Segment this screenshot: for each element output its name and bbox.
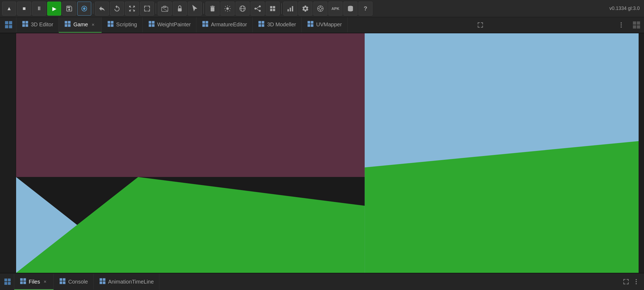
tab-armature-editor-label: ArmatureEditor [211,21,247,28]
svg-rect-90 [100,281,102,284]
stop-button[interactable]: ■ [17,2,31,16]
bottom-tab-files-icon [20,278,27,286]
svg-rect-23 [270,6,272,8]
svg-rect-40 [9,25,12,28]
move-button[interactable] [95,2,109,16]
sun-button[interactable] [221,2,235,16]
cursor-button[interactable] [188,2,202,16]
svg-rect-74 [633,25,636,28]
play-button[interactable]: ▶ [47,2,61,16]
svg-rect-77 [8,278,10,281]
svg-rect-81 [23,278,26,281]
bottom-maximize-icon[interactable] [623,278,630,285]
svg-rect-73 [637,21,640,25]
settings-button[interactable] [298,2,312,16]
svg-rect-63 [259,24,261,27]
tab-game-label: Game [73,21,88,28]
bottom-tab-animation-label: AnimationTimeLine [108,279,154,285]
tab-uv-mapper[interactable]: UVMapper [302,17,347,33]
svg-rect-66 [311,21,313,24]
svg-rect-42 [25,21,28,24]
svg-rect-82 [20,281,23,284]
game-viewport[interactable] [16,33,639,273]
rotate-button[interactable] [110,2,124,16]
tab-overflow-button[interactable] [613,17,629,33]
tab-scripting[interactable]: Scripting [102,17,143,33]
bottom-tab-animation-icon [99,278,106,286]
svg-rect-49 [108,21,110,24]
svg-line-12 [229,10,230,11]
bottom-tab-controls [618,273,644,290]
help-button[interactable]: ? [358,2,372,16]
chart-button[interactable] [283,2,297,16]
delete-button[interactable] [206,2,219,16]
bottom-tab-console[interactable]: Console [54,273,93,290]
svg-point-19 [259,5,261,7]
svg-rect-47 [65,24,68,27]
tab-weight-painter[interactable]: WeightPainter [143,17,196,33]
tab-3d-modeller-label: 3D Modeller [267,21,296,28]
tab-3d-modeller[interactable]: 3D Modeller [253,17,302,33]
svg-rect-64 [262,24,265,27]
pause-button[interactable]: ⏸ [32,2,46,16]
app-icon-tab[interactable] [1,17,16,33]
svg-line-4 [162,7,168,11]
lock-button[interactable] [173,2,187,16]
svg-rect-41 [22,21,25,24]
svg-rect-29 [292,6,293,11]
tab-scripting-icon [107,20,114,29]
version-label: v0.1334 gl:3.0 [609,6,642,11]
tab-maximize-button[interactable] [473,17,488,33]
svg-point-6 [226,7,229,10]
nodes-button[interactable] [251,2,265,16]
bottom-tab-files-label: Files [29,279,40,285]
save-button[interactable] [62,2,76,16]
record-button[interactable] [77,2,91,16]
separator-4 [281,3,282,14]
add-button[interactable] [266,2,280,16]
bottom-tab-console-label: Console [68,279,88,285]
render-settings-button[interactable] [313,2,327,16]
separator-1 [93,3,93,14]
svg-rect-60 [206,24,208,27]
svg-point-18 [254,8,256,9]
tab-armature-editor[interactable]: ArmatureEditor [196,17,253,33]
apk-button[interactable]: APK [328,2,342,16]
workspace-icon[interactable] [629,17,644,33]
svg-rect-26 [273,9,275,11]
svg-rect-48 [68,24,71,27]
svg-rect-67 [308,24,310,27]
bottom-app-icon [1,273,14,290]
tab-scripting-label: Scripting [116,21,137,28]
tab-game-close[interactable]: ✕ [90,22,96,28]
right-sidebar [639,33,644,273]
resize-button[interactable] [140,2,154,16]
svg-rect-78 [4,282,7,285]
svg-point-69 [621,22,622,23]
svg-rect-3 [163,6,166,7]
app-menu-button[interactable]: ▲ [2,2,16,16]
svg-rect-62 [262,21,265,24]
tab-3d-editor[interactable]: 3D Editor [16,17,59,33]
svg-rect-45 [65,21,68,24]
database-button[interactable] [343,2,357,16]
tab-game-icon [64,20,71,29]
tab-3d-modeller-icon [258,20,265,29]
tab-game[interactable]: Game ✕ [59,17,101,33]
svg-line-11 [225,6,226,6]
svg-rect-76 [4,278,7,281]
svg-rect-52 [111,24,114,27]
tab-weight-painter-icon [148,20,155,29]
bottom-overflow-icon[interactable] [633,278,640,285]
tab-armature-editor-icon [202,20,209,29]
svg-line-13 [229,6,230,6]
svg-rect-38 [9,21,12,24]
camera-snap-button[interactable] [158,2,172,16]
bottom-tab-files[interactable]: Files ✕ [14,273,54,290]
bottom-tab-files-close[interactable]: ✕ [42,279,48,285]
bottom-tab-animation[interactable]: AnimationTimeLine [94,273,159,290]
tab-bar: 3D Editor Game ✕ Scripting WeightPainter… [0,17,644,33]
sphere-button[interactable] [236,2,250,16]
scale-button[interactable] [125,2,139,16]
tab-3d-editor-icon [22,20,29,29]
